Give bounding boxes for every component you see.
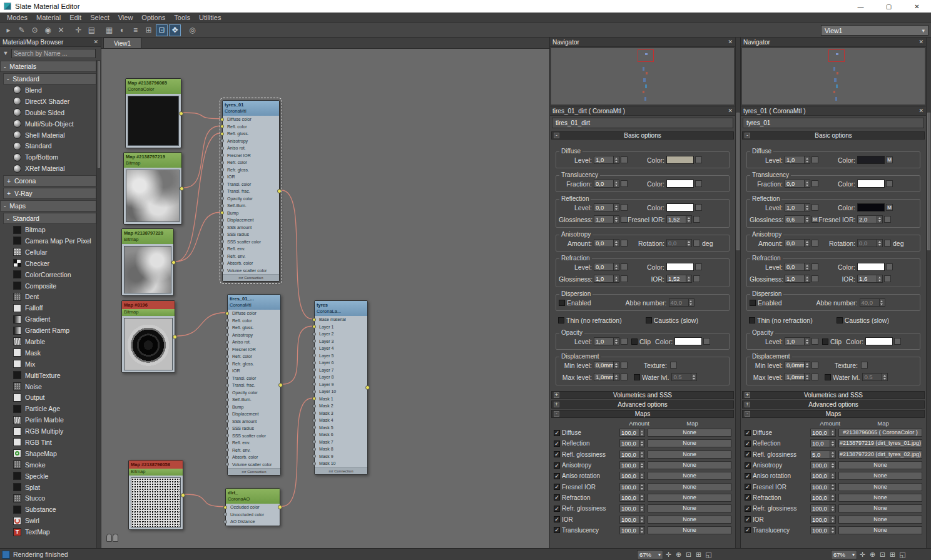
spinner[interactable]: 1,6 bbox=[857, 275, 883, 283]
minimize-button[interactable]: — bbox=[847, 0, 875, 13]
spinner-arrows[interactable] bbox=[614, 373, 619, 381]
spinner[interactable]: 0,0 bbox=[785, 180, 810, 188]
spinner-down-icon[interactable] bbox=[830, 433, 835, 437]
collapse-icon[interactable]: - bbox=[745, 133, 750, 138]
map-slot-button[interactable] bbox=[886, 263, 893, 270]
tree-group-v-ray[interactable]: + V-Ray bbox=[3, 188, 96, 199]
spinner-down-icon[interactable] bbox=[830, 466, 835, 469]
spinner[interactable]: 1,0mm bbox=[594, 373, 619, 381]
maximize-button[interactable]: ▢ bbox=[875, 0, 903, 13]
spinner-down-icon[interactable] bbox=[639, 497, 644, 501]
input-socket[interactable] bbox=[220, 225, 224, 229]
rollout-volumetrics-and-sss[interactable]: +Volumetrics and SSS bbox=[742, 391, 925, 399]
input-socket[interactable] bbox=[225, 405, 229, 409]
checkbox-ior[interactable]: ✓ bbox=[554, 516, 560, 522]
slot-mask-9[interactable]: Mask 9 bbox=[315, 453, 367, 461]
map-button-diffuse[interactable]: #2138796065 ( CoronaColor ) bbox=[838, 429, 922, 437]
spinner-arrows[interactable] bbox=[614, 361, 619, 369]
menu-tools[interactable]: Tools bbox=[170, 13, 195, 23]
spinner-down-icon[interactable] bbox=[830, 487, 835, 491]
checkbox-aniso-rotation[interactable]: ✓ bbox=[745, 473, 751, 479]
spinner[interactable]: 100,0 bbox=[619, 516, 645, 524]
spinner-down-icon[interactable] bbox=[805, 184, 810, 188]
spinner-down-icon[interactable] bbox=[639, 476, 644, 480]
slot-mask-10[interactable]: Mask 10 bbox=[315, 460, 367, 467]
color-swatch[interactable] bbox=[857, 263, 885, 271]
input-socket[interactable] bbox=[312, 411, 316, 415]
spinner-arrows[interactable] bbox=[830, 516, 836, 524]
expand-icon[interactable]: + bbox=[554, 402, 559, 407]
input-socket[interactable] bbox=[312, 397, 316, 400]
slot-sss-scatter-color[interactable]: SSS scatter color bbox=[228, 432, 280, 440]
checkbox-anisotropy[interactable]: ✓ bbox=[745, 462, 751, 469]
checkbox-thin-no-refraction[interactable] bbox=[749, 317, 755, 323]
spinner-down-icon[interactable] bbox=[877, 243, 882, 247]
rollout-maps[interactable]: -Maps bbox=[742, 410, 925, 418]
map-assigned-button[interactable]: M bbox=[886, 204, 893, 211]
input-socket[interactable] bbox=[312, 361, 316, 365]
slot-layer-7[interactable]: Layer 7 bbox=[315, 367, 367, 374]
move-children-icon[interactable]: ✛ bbox=[73, 24, 84, 36]
input-socket[interactable] bbox=[312, 425, 316, 429]
slot-mask-3[interactable]: Mask 3 bbox=[315, 410, 367, 417]
spinner-arrows[interactable] bbox=[830, 472, 836, 480]
input-socket[interactable] bbox=[225, 434, 229, 437]
spinner-down-icon[interactable] bbox=[830, 530, 835, 534]
map-slot-button[interactable] bbox=[703, 338, 710, 345]
slot-mask-5[interactable]: Mask 5 bbox=[315, 424, 367, 432]
slot-refr-env[interactable]: Refr. env. bbox=[223, 253, 279, 260]
slot-layer-9[interactable]: Layer 9 bbox=[315, 381, 367, 389]
zoom-extents-selected-icon[interactable]: ◱ bbox=[898, 550, 907, 559]
connection-wire[interactable] bbox=[177, 313, 225, 336]
slot-mask-8[interactable]: Mask 8 bbox=[315, 445, 367, 453]
spinner[interactable]: 0,0mm bbox=[594, 361, 619, 369]
input-socket[interactable] bbox=[225, 384, 229, 387]
map-button-refr-glossiness[interactable]: None bbox=[648, 504, 731, 512]
material-item-double-sided[interactable]: Double Sided bbox=[0, 107, 96, 118]
spinner-arrows[interactable] bbox=[830, 451, 836, 459]
spinner-arrows[interactable] bbox=[830, 494, 836, 502]
map-slot-button[interactable] bbox=[811, 204, 818, 211]
checkbox-refr-glossiness[interactable]: ✓ bbox=[554, 506, 560, 512]
input-socket[interactable] bbox=[312, 454, 316, 458]
checkbox-fresnel-ior[interactable]: ✓ bbox=[554, 484, 560, 490]
map-item-marble[interactable]: Marble bbox=[0, 336, 96, 347]
spinner-arrows[interactable] bbox=[805, 275, 810, 283]
spinner[interactable]: 100,0 bbox=[619, 429, 645, 437]
connection-wire[interactable] bbox=[282, 190, 312, 319]
spinner-arrows[interactable] bbox=[877, 275, 883, 283]
slot-transl-color[interactable]: Transl. color bbox=[228, 375, 280, 382]
spinner-arrows[interactable] bbox=[830, 483, 836, 491]
slot-opacity-color[interactable]: Opacity color bbox=[223, 195, 279, 203]
color-swatch[interactable] bbox=[674, 337, 702, 345]
input-socket[interactable] bbox=[312, 440, 316, 444]
menu-select[interactable]: Select bbox=[86, 13, 114, 23]
slot-sss-radius[interactable]: SSS radius bbox=[228, 425, 280, 432]
rollout-basic-options[interactable]: -Basic options bbox=[742, 131, 925, 140]
spinner-arrows[interactable] bbox=[614, 203, 619, 211]
spinner-down-icon[interactable] bbox=[830, 444, 835, 447]
checkbox-caustics-slow[interactable] bbox=[837, 317, 843, 323]
spinner[interactable]: 100,0 bbox=[810, 504, 836, 512]
spinner-down-icon[interactable] bbox=[805, 365, 810, 369]
spinner-arrows[interactable] bbox=[614, 239, 619, 247]
search-input[interactable] bbox=[11, 49, 96, 58]
spinner-down-icon[interactable] bbox=[614, 243, 619, 247]
menu-edit[interactable]: Edit bbox=[65, 13, 86, 23]
input-socket[interactable] bbox=[220, 153, 224, 157]
map-item-perlin-marble[interactable]: Perlin Marble bbox=[0, 414, 96, 425]
spinner-arrows[interactable] bbox=[614, 263, 619, 271]
map-slot-button[interactable] bbox=[811, 374, 818, 380]
input-socket[interactable] bbox=[312, 354, 316, 357]
node-map-2138797219[interactable]: Map #2138797219Bitmap bbox=[123, 152, 182, 225]
spinner-down-icon[interactable] bbox=[614, 160, 619, 164]
map-button-aniso-rotation[interactable]: None bbox=[838, 472, 922, 480]
input-socket[interactable] bbox=[312, 382, 316, 386]
map-slot-button[interactable] bbox=[693, 275, 700, 282]
input-socket[interactable] bbox=[220, 204, 224, 208]
slot-sss-scatter-color[interactable]: SSS scatter color bbox=[223, 238, 279, 246]
connection-wire[interactable] bbox=[183, 113, 220, 119]
material-name-field[interactable]: tires_01_dirt bbox=[552, 118, 733, 128]
map-button-ior[interactable]: None bbox=[648, 516, 731, 524]
spinner-arrows[interactable] bbox=[830, 526, 836, 534]
